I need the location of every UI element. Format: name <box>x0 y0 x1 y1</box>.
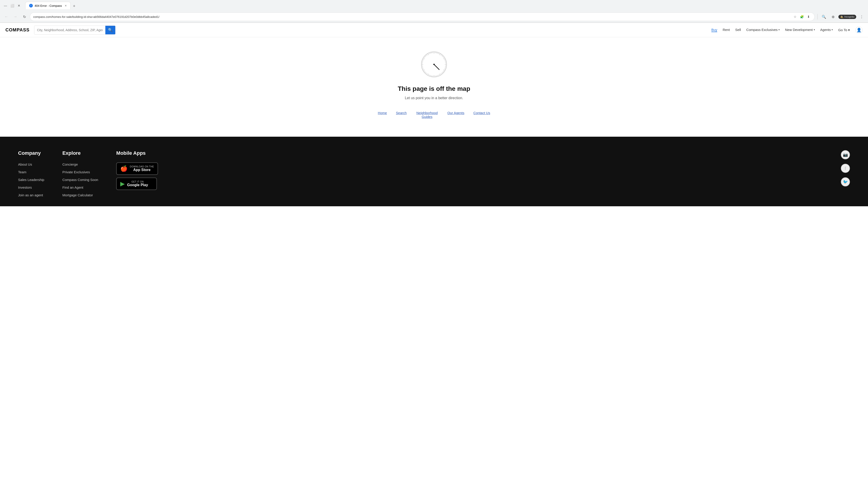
extensions-icon[interactable]: 🧩 <box>799 14 804 20</box>
svg-line-27 <box>438 75 439 76</box>
back-button[interactable]: ← <box>3 13 10 20</box>
footer-link-investors[interactable]: Investors <box>18 186 32 189</box>
error-links: Home Search Neighborhood Guides Our Agen… <box>378 111 490 119</box>
goto-chevron: ▾ <box>848 28 850 32</box>
nav-goto[interactable]: Go To ▾ <box>838 28 850 32</box>
google-play-button[interactable]: ▶ GET IT ON Google Play <box>116 177 157 190</box>
user-account-button[interactable]: 👤 <box>855 26 863 34</box>
nav-compass-exclusives[interactable]: Compass Exclusives ▾ <box>746 28 780 32</box>
error-link-our-agents[interactable]: Our Agents <box>447 111 464 115</box>
site-content: COMPASS 🔍 Buy Rent Sell Compass Exclusiv… <box>0 23 868 206</box>
window-minimize-button[interactable]: — <box>3 3 8 8</box>
footer-link-about-us[interactable]: About Us <box>18 162 32 166</box>
footer-top: Company About Us Team Sales Leadership I… <box>18 150 850 197</box>
twitter-button[interactable]: 🐦 <box>841 177 850 186</box>
address-bar[interactable]: compass.com/homes-for-sale/building-id-s… <box>30 12 815 21</box>
footer-link-compass-coming-soon[interactable]: Compass Coming Soon <box>62 178 98 182</box>
error-link-search[interactable]: Search <box>396 111 407 115</box>
active-tab[interactable]: ! 404 Error - Compass × <box>25 2 70 9</box>
svg-line-11 <box>443 58 445 59</box>
footer-link-private-exclusives[interactable]: Private Exclusives <box>62 170 90 174</box>
svg-line-19 <box>445 68 446 68</box>
svg-line-54 <box>426 55 426 56</box>
svg-line-15 <box>445 63 446 63</box>
footer-link-team[interactable]: Team <box>18 170 26 174</box>
error-link-home[interactable]: Home <box>378 111 387 115</box>
navbar: COMPASS 🔍 Buy Rent Sell Compass Exclusiv… <box>0 23 868 37</box>
error-link-contact-us[interactable]: Contact Us <box>473 111 490 115</box>
window-maximize-button[interactable]: ⬜ <box>9 3 15 8</box>
svg-line-49 <box>422 61 423 61</box>
agents-label: Agents <box>820 28 831 32</box>
nav-new-development[interactable]: New Development ▾ <box>785 28 815 32</box>
footer-explore-links: Concierge Private Exclusives Compass Com… <box>62 162 98 197</box>
svg-line-53 <box>425 56 426 57</box>
google-play-icon: ▶ <box>120 180 125 187</box>
google-play-text: GET IT ON Google Play <box>127 181 148 187</box>
nav-agents[interactable]: Agents ▾ <box>820 28 833 32</box>
footer-link-concierge[interactable]: Concierge <box>62 162 78 166</box>
forward-button[interactable]: → <box>12 13 19 20</box>
nav-sell[interactable]: Sell <box>735 28 741 32</box>
instagram-button[interactable]: 📷 <box>841 150 850 159</box>
compass-error-icon: /* ticks generated inline */ <box>421 51 447 78</box>
instagram-icon: 📷 <box>843 152 848 157</box>
svg-line-10 <box>443 57 444 58</box>
footer-link-find-agent[interactable]: Find an Agent <box>62 186 84 189</box>
svg-line-26 <box>439 74 440 75</box>
footer-link-sales-leadership[interactable]: Sales Leadership <box>18 178 44 182</box>
footer-link-join-agent[interactable]: Join as an agent <box>18 193 43 197</box>
svg-line-5 <box>438 53 439 54</box>
menu-button[interactable]: ⋮ <box>858 13 865 20</box>
svg-line-60 <box>433 52 433 53</box>
error-subtitle: Let us point you in a better direction. <box>405 96 463 100</box>
search-icon[interactable]: 🔍 <box>820 13 828 20</box>
app-store-button[interactable]: 🍎 Download on the App Store <box>116 162 158 175</box>
svg-line-55 <box>427 55 428 55</box>
svg-line-7 <box>440 55 441 55</box>
svg-line-40 <box>424 71 425 72</box>
compass-logo[interactable]: COMPASS <box>5 27 30 33</box>
svg-line-51 <box>423 58 425 59</box>
svg-line-32 <box>433 76 433 77</box>
svg-line-36 <box>428 74 429 75</box>
svg-line-42 <box>423 69 424 69</box>
window-close-button[interactable]: ✕ <box>16 3 22 8</box>
svg-line-58 <box>430 53 431 54</box>
download-icon[interactable]: ⬇ <box>806 14 811 20</box>
error-link-neighborhood-guides[interactable]: Neighborhood Guides <box>416 111 438 119</box>
svg-line-28 <box>437 75 438 76</box>
svg-line-21 <box>443 70 445 71</box>
nav-buy[interactable]: Buy <box>711 28 717 32</box>
svg-line-37 <box>427 73 428 74</box>
list-item: Compass Coming Soon <box>62 178 98 182</box>
list-item: Mortgage Calculator <box>62 193 98 197</box>
svg-line-8 <box>441 55 442 56</box>
svg-line-2 <box>435 52 435 53</box>
footer-company-links: About Us Team Sales Leadership Investors… <box>18 162 44 197</box>
google-play-large-text: Google Play <box>127 183 148 187</box>
svg-line-38 <box>426 73 426 74</box>
svg-line-30 <box>435 76 435 77</box>
svg-line-52 <box>424 57 425 58</box>
browser-tabs: ! 404 Error - Compass × + <box>24 2 79 9</box>
search-button[interactable]: 🔍 <box>105 26 115 34</box>
search-icon: 🔍 <box>108 28 113 32</box>
facebook-button[interactable]: f <box>841 164 850 173</box>
nav-rent[interactable]: Rent <box>723 28 730 32</box>
tab-close-button[interactable]: × <box>65 4 67 7</box>
search-bar: 🔍 <box>34 26 116 35</box>
list-item: About Us <box>18 162 44 166</box>
profile-icon[interactable]: ⊕ <box>829 13 837 20</box>
bookmark-icon[interactable]: ☆ <box>792 14 798 20</box>
browser-titlebar: — ⬜ ✕ ! 404 Error - Compass × + <box>0 0 868 11</box>
new-tab-button[interactable]: + <box>71 3 77 9</box>
svg-line-24 <box>441 73 442 74</box>
footer: Company About Us Team Sales Leadership I… <box>0 137 868 206</box>
svg-line-22 <box>443 71 444 72</box>
search-input[interactable] <box>34 28 105 32</box>
footer-company-heading: Company <box>18 150 44 156</box>
reload-button[interactable]: ↻ <box>21 13 28 20</box>
address-bar-icons: ☆ 🧩 ⬇ <box>792 14 811 20</box>
footer-link-mortgage-calculator[interactable]: Mortgage Calculator <box>62 193 93 197</box>
